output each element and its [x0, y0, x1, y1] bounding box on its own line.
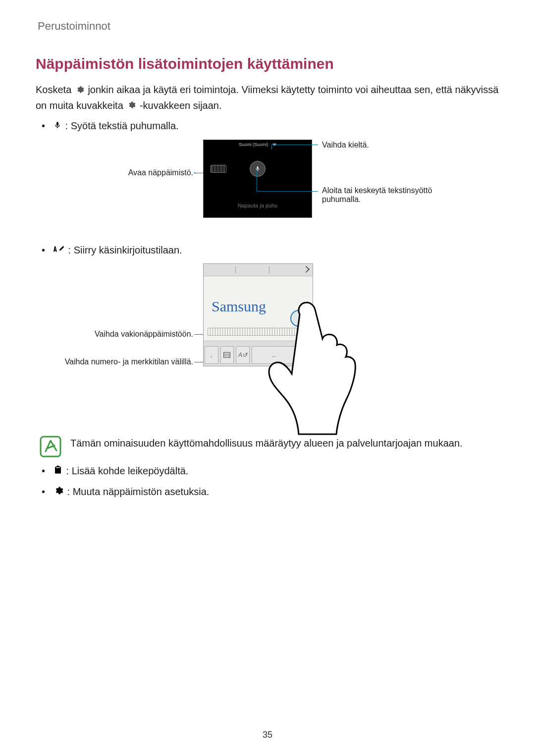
bullet-clipboard: : Lisää kohde leikepöydältä. [36, 463, 499, 479]
bullet-handwrite-text: : Siirry käsinkirjoitustilaan. [65, 245, 182, 255]
note-icon [40, 436, 61, 457]
hw-key-abc: , [205, 346, 218, 364]
callout-open-keyboard: Avaa näppäimistö. [64, 168, 193, 177]
intro-part2: jonkin aikaa ja käytä eri toimintoja. Vi… [36, 84, 498, 111]
intro-part1: Kosketa [36, 84, 74, 95]
bullet-voice-text: : Syötä tekstiä puhumalla. [62, 120, 179, 131]
bullet-clipboard-text: : Lisää kohde leikepöydältä. [63, 465, 188, 476]
hand-illustration [253, 287, 376, 436]
callout-switch-std-keyboard: Vaihda vakionäppäimistöön. [64, 330, 193, 339]
callout-toggle-num-sym: Vaihda numero- ja merkkitilan välillä. [64, 357, 193, 366]
intro-part3: -kuvakkeen sijaan. [140, 100, 222, 111]
voice-language-label: Suomi (Suomi) [239, 142, 268, 147]
bullet-settings-text: : Muuta näppäimistön asetuksia. [64, 486, 209, 497]
voice-mic-button [250, 161, 266, 177]
voice-hint: Napauta ja puhu [204, 202, 312, 208]
figure-voice-panel: Avaa näppäimistö. Suomi (Suomi) Napauta … [64, 140, 471, 234]
hw-key-keyboard [220, 346, 234, 364]
voice-panel: Suomi (Suomi) Napauta ja puhu [203, 140, 312, 218]
hw-key-casecycle: A↺ [236, 346, 250, 364]
note-text: Tämän ominaisuuden käyttömahdollisuus mä… [70, 436, 463, 457]
bullet-settings: : Muuta näppäimistön asetuksia. [36, 484, 499, 500]
page-number: 35 [0, 730, 535, 740]
bullet-handwrite: : Siirry käsinkirjoitustilaan. [36, 243, 499, 258]
bullet-voice: : Syötä tekstiä puhumalla. [36, 118, 499, 134]
gear-icon [75, 83, 84, 98]
open-keyboard-key [211, 165, 226, 173]
note: Tämän ominaisuuden käyttömahdollisuus mä… [40, 436, 499, 457]
callout-change-language: Vaihda kieltä. [322, 141, 471, 150]
handwrite-icon [54, 243, 64, 258]
section-title: Näppäimistön lisätoimintojen käyttäminen [36, 55, 499, 72]
mic-icon [54, 119, 61, 135]
figure-handwriting: Vaihda vakionäppäimistöön. Vaihda numero… [64, 263, 471, 427]
gear-icon [127, 99, 136, 113]
intro-text: Kosketa jonkin aikaa ja käytä eri toimin… [36, 82, 499, 113]
clipboard-icon [54, 464, 62, 479]
page-header: Perustoiminnot [38, 20, 499, 33]
callout-toggle-voice: Aloita tai keskeytä tekstinsyöttö puhuma… [322, 186, 471, 204]
gear-icon [54, 485, 63, 500]
chevron-right-icon [303, 266, 310, 273]
svg-rect-0 [224, 353, 230, 358]
